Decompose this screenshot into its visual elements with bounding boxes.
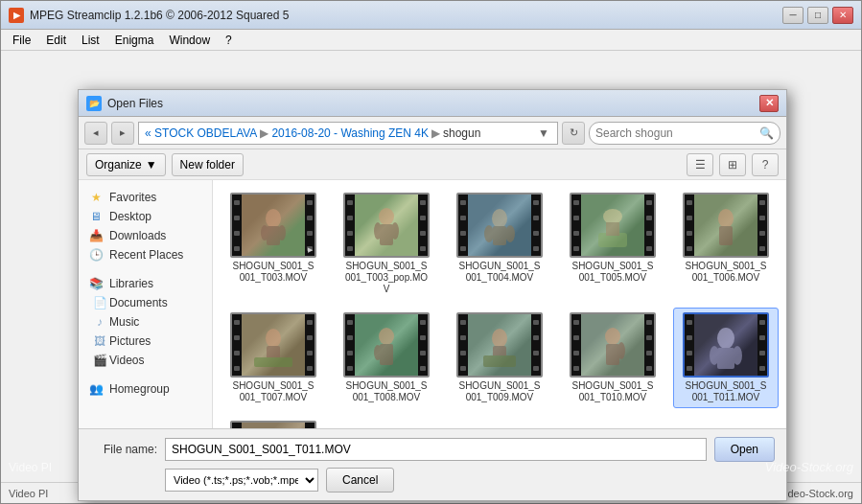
organize-button[interactable]: Organize ▼ xyxy=(86,153,166,176)
film-strip-right-8 xyxy=(531,314,541,376)
view-button-1[interactable]: ☰ xyxy=(687,153,713,176)
file-item-5[interactable]: SHOGUN_S001_S001_T006.MOV xyxy=(673,188,779,300)
svg-rect-21 xyxy=(380,344,393,365)
sidebar-item-homegroup[interactable]: 👥 Homegroup xyxy=(82,379,208,399)
filename-input[interactable] xyxy=(165,438,707,461)
menu-enigma[interactable]: Enigma xyxy=(107,32,162,49)
svg-point-28 xyxy=(617,342,625,359)
path-separator-2: ▶ xyxy=(431,126,440,140)
svg-rect-27 xyxy=(606,344,619,365)
sidebar-item-downloads[interactable]: 📥 Downloads xyxy=(82,226,208,245)
svg-point-31 xyxy=(710,346,719,365)
file-item-11[interactable] xyxy=(221,416,326,428)
menu-help[interactable]: ? xyxy=(218,32,240,49)
path-segment-2[interactable]: 2016-08-20 - Washing ZEN 4K xyxy=(271,126,429,140)
file-item-9[interactable]: SHOGUN_S001_S001_T010.MOV xyxy=(560,308,665,408)
dialog-close-button[interactable]: ✕ xyxy=(759,95,779,112)
file-grid-container[interactable]: ▶ SHOGUN_S001_S001_T003.MOV xyxy=(213,180,786,428)
file-name-6: SHOGUN_S001_S001_T007.MOV xyxy=(230,380,316,403)
file-thumbnail-9 xyxy=(570,312,656,378)
app-window: ▶ MPEG Streamclip 1.2.1b6 © 2006-2012 Sq… xyxy=(0,0,862,504)
organize-label: Organize xyxy=(95,158,142,172)
svg-point-22 xyxy=(374,345,382,360)
watermark: Video-Stock.org xyxy=(765,460,853,474)
sidebar-item-libraries[interactable]: 📚 Libraries xyxy=(82,274,208,293)
search-input[interactable] xyxy=(595,126,759,140)
back-button[interactable]: ◂ xyxy=(84,122,107,145)
menu-file[interactable]: File xyxy=(5,32,38,49)
file-item-6[interactable]: SHOGUN_S001_S001_T007.MOV xyxy=(221,308,326,408)
path-dropdown-button[interactable]: ▼ xyxy=(536,126,551,140)
film-strip-right-11 xyxy=(305,423,315,428)
search-icon: 🔍 xyxy=(759,126,774,140)
open-button[interactable]: Open xyxy=(714,437,775,462)
view-button-2[interactable]: ⊞ xyxy=(719,153,746,176)
search-box[interactable]: 🔍 xyxy=(589,122,780,145)
film-image-4 xyxy=(581,195,644,256)
menu-list[interactable]: List xyxy=(74,32,107,49)
film-image-5 xyxy=(694,195,757,256)
sidebar-item-music[interactable]: ♪ Music xyxy=(82,312,208,332)
menu-window[interactable]: Window xyxy=(161,32,218,49)
documents-icon: 📄 xyxy=(88,296,104,309)
filetype-select[interactable]: Video (*.ts;*.ps;*.vob;*.mpeg;*. xyxy=(165,469,318,492)
address-bar: ◂ ▸ « STOCK OBDELAVA ▶ 2016-08-20 - Wash… xyxy=(79,117,786,149)
path-separator-1: ▶ xyxy=(260,126,268,140)
dialog-titlebar: 📂 Open Files ✕ xyxy=(79,90,786,117)
film-strip-right-7 xyxy=(418,314,428,376)
svg-point-23 xyxy=(492,329,507,348)
file-item-7[interactable]: SHOGUN_S001_S001_T008.MOV xyxy=(334,308,439,408)
libraries-icon: 📚 xyxy=(88,277,104,290)
footer-row-filetype: Video (*.ts;*.ps;*.vob;*.mpeg;*. Cancel xyxy=(90,468,775,493)
svg-point-3 xyxy=(278,225,286,241)
app-icon: ▶ xyxy=(9,8,24,23)
file-name-1: SHOGUN_S001_S001_T003.MOV xyxy=(230,261,316,284)
cancel-button[interactable]: Cancel xyxy=(326,468,394,493)
sidebar-item-recent-places[interactable]: 🕒 Recent Places xyxy=(82,245,208,264)
file-item-8[interactable]: SHOGUN_S001_S001_T009.MOV xyxy=(447,308,552,408)
minimize-button[interactable]: ─ xyxy=(782,7,804,24)
file-grid: ▶ SHOGUN_S001_S001_T003.MOV xyxy=(221,188,779,428)
help-button[interactable]: ? xyxy=(752,153,779,176)
file-item-10[interactable]: SHOGUN_S001_S001_T011.MOV xyxy=(673,308,779,408)
sidebar-item-pictures[interactable]: 🖼 Pictures xyxy=(82,332,208,351)
recent-places-icon: 🕒 xyxy=(88,248,104,262)
svg-point-4 xyxy=(379,208,394,225)
file-name-9: SHOGUN_S001_S001_T010.MOV xyxy=(570,380,656,403)
sidebar-item-documents[interactable]: 📄 Documents xyxy=(82,293,208,312)
desktop-icon: 🖥 xyxy=(88,210,104,223)
svg-point-8 xyxy=(492,209,507,228)
svg-point-2 xyxy=(261,225,268,241)
file-item-1[interactable]: ▶ SHOGUN_S001_S001_T003.MOV xyxy=(221,188,326,300)
close-app-button[interactable]: ✕ xyxy=(832,7,853,24)
film-image-10 xyxy=(694,314,757,376)
film-strip-left-1 xyxy=(232,195,242,256)
file-name-5: SHOGUN_S001_S001_T006.MOV xyxy=(683,261,769,284)
address-path[interactable]: « STOCK OBDELAVA ▶ 2016-08-20 - Washing … xyxy=(138,122,558,145)
file-name-8: SHOGUN_S001_S001_T009.MOV xyxy=(456,380,543,403)
film-image-6 xyxy=(242,314,305,376)
file-thumbnail-1: ▶ xyxy=(230,193,316,258)
sidebar-label-documents: Documents xyxy=(109,296,168,309)
svg-rect-14 xyxy=(606,222,619,236)
sidebar-item-favorites[interactable]: ★ Favorites xyxy=(82,188,208,207)
svg-rect-25 xyxy=(483,355,516,367)
sidebar-item-videos[interactable]: 🎬 Videos xyxy=(82,351,208,370)
svg-point-15 xyxy=(718,209,734,228)
maximize-button[interactable]: □ xyxy=(807,7,828,24)
file-item-4[interactable]: SHOGUN_S001_S001_T005.MOV xyxy=(560,188,665,300)
dialog-body: ★ Favorites 🖥 Desktop 📥 Downloads 🕒 Rece… xyxy=(79,180,786,428)
file-item-2[interactable]: SHOGUN_S001_S001_T003_pop.MOV xyxy=(334,188,439,300)
downloads-icon: 📥 xyxy=(88,229,104,242)
refresh-button[interactable]: ↻ xyxy=(562,122,585,145)
new-folder-button[interactable]: New folder xyxy=(172,153,244,176)
file-thumbnail-6 xyxy=(230,312,316,378)
file-item-3[interactable]: SHOGUN_S001_S001_T004.MOV xyxy=(447,188,552,300)
path-segment-1[interactable]: « STOCK OBDELAVA xyxy=(145,126,257,140)
sidebar-item-desktop[interactable]: 🖥 Desktop xyxy=(82,207,208,226)
menu-edit[interactable]: Edit xyxy=(38,32,74,49)
forward-button[interactable]: ▸ xyxy=(111,122,134,145)
statusbar-right: Video-Stock.org xyxy=(779,488,853,499)
sidebar-label-homegroup: Homegroup xyxy=(109,382,170,396)
film-strip-right-9 xyxy=(644,314,654,376)
